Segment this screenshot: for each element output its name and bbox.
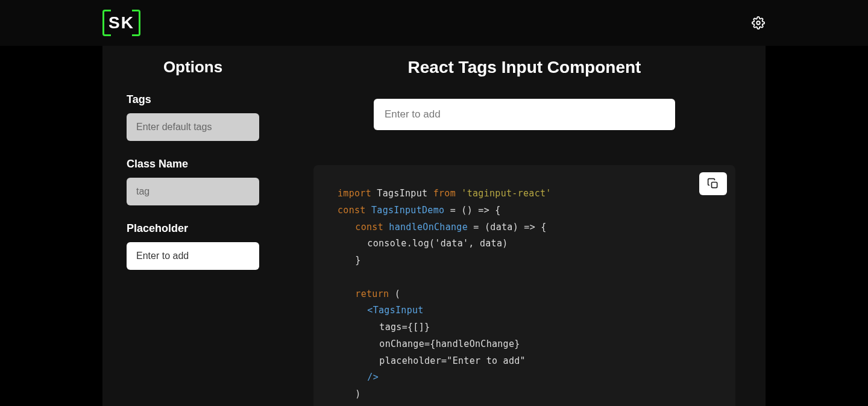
code-line-5: }: [338, 252, 711, 269]
jsx-tag: TagsInput: [373, 305, 424, 316]
field-tags: Tags: [127, 93, 259, 141]
svg-rect-1: [712, 183, 717, 188]
classname-label: Class Name: [127, 158, 259, 170]
code-line-10: placeholder="Enter to add": [338, 353, 711, 370]
options-title: Options: [127, 58, 259, 77]
kw-from: from: [433, 188, 456, 199]
code-line-1: import TagsInput from 'taginput-react': [338, 186, 711, 202]
classname-input[interactable]: [127, 178, 259, 205]
placeholder-label: Placeholder: [127, 222, 259, 235]
copy-button[interactable]: [699, 172, 727, 195]
logo-text: SK: [108, 13, 134, 33]
options-sidebar: Options Tags Class Name Placeholder: [102, 46, 283, 406]
id-tagsinput: TagsInput: [377, 188, 427, 199]
bracket-right-icon: [132, 10, 140, 36]
svg-point-0: [756, 21, 760, 25]
page-title: React Tags Input Component: [313, 58, 735, 77]
prop-onchange: onChange={handleOnChange}: [379, 339, 520, 349]
code-line-9: onChange={handleOnChange}: [338, 336, 711, 353]
code-line-11: />: [338, 369, 711, 386]
tags-label: Tags: [127, 93, 259, 106]
code-line-6: return (: [338, 286, 711, 303]
code-line-13: }: [338, 403, 711, 406]
jsx-open: <: [367, 305, 373, 316]
main-panel: React Tags Input Component import TagsIn…: [283, 46, 766, 406]
settings-button[interactable]: [751, 16, 766, 30]
kw-const: const: [338, 205, 366, 216]
kw-import: import: [338, 188, 371, 199]
console-line: console.log('data', data): [367, 238, 508, 249]
field-placeholder: Placeholder: [127, 222, 259, 270]
close-brace1: }: [355, 255, 360, 266]
id-handle: handleOnChange: [389, 222, 468, 233]
code-line-3: const handleOnChange = (data) => {: [338, 219, 711, 236]
id-demo: TagsInputDemo: [371, 205, 444, 216]
paren-close: ): [355, 389, 360, 399]
return-open: (: [395, 289, 400, 299]
code-block: import TagsInput from 'taginput-react' c…: [313, 165, 735, 406]
gear-icon: [752, 16, 765, 30]
bracket-left-icon: [102, 10, 111, 36]
code-line-12: ): [338, 386, 711, 403]
content-area: Options Tags Class Name Placeholder Reac…: [102, 46, 766, 406]
code-line-2: const TagsInputDemo = () => {: [338, 202, 711, 219]
str-pkg: 'taginput-react': [461, 188, 551, 199]
handle-arrow: = (data) => {: [473, 222, 546, 233]
arrow-open: = () => {: [450, 205, 501, 216]
kw-return: return: [355, 289, 389, 299]
field-classname: Class Name: [127, 158, 259, 205]
kw-const2: const: [355, 222, 383, 233]
prop-placeholder: placeholder="Enter to add": [379, 355, 526, 366]
placeholder-input[interactable]: [127, 242, 259, 270]
copy-icon: [707, 178, 719, 190]
code-line-8: tags={[]}: [338, 319, 711, 336]
tags-input[interactable]: [127, 113, 259, 141]
code-line-4: console.log('data', data): [338, 236, 711, 252]
app-header: SK: [0, 0, 868, 46]
jsx-close: />: [367, 372, 379, 383]
code-line-7: <TagsInput: [338, 302, 711, 319]
tags-demo-input[interactable]: [374, 99, 675, 130]
logo[interactable]: SK: [102, 10, 140, 36]
prop-tags: tags={[]}: [379, 322, 430, 333]
